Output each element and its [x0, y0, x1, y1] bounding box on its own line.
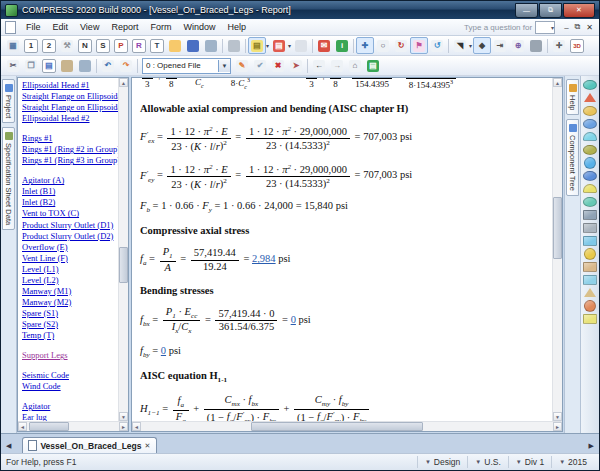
email-icon[interactable]: ✉ [315, 37, 333, 54]
right-tab-component-tree[interactable]: Component Tree [566, 119, 579, 196]
sidebar-horizontal-scrollbar[interactable]: ◄ ► [18, 421, 128, 431]
menu-report[interactable]: Report [105, 21, 144, 33]
opened-file-combo-arrow[interactable]: ▼ [218, 60, 230, 72]
hemispherical-head-icon[interactable] [582, 130, 598, 143]
cut-icon[interactable]: ✂ [4, 57, 22, 74]
report-t-icon[interactable]: T [148, 37, 166, 54]
document-tab[interactable]: Vessel_On_Braced_Legs ✕ [22, 437, 157, 453]
sidebar-link-support-legs[interactable]: Support Legs [22, 350, 118, 361]
sidebar-link-ellipsoidal-head-1[interactable]: Ellipsoidal Head #1 [22, 80, 118, 91]
plate-icon[interactable] [582, 273, 598, 286]
pressure-report-icon[interactable]: P [112, 37, 130, 54]
report-hscroll-thumb[interactable] [251, 422, 423, 431]
menu-form[interactable]: Form [144, 21, 177, 33]
report-vertical-scrollbar[interactable]: ▲ ▼ [552, 78, 562, 421]
align-icon[interactable]: ⇥ [491, 37, 509, 54]
sidebar-link-straight-flange-on-ellipsoidal[interactable]: Straight Flange on Ellipsoidal [22, 91, 118, 102]
open-file-icon[interactable] [166, 37, 184, 54]
status-mode-div-1[interactable]: ▼Div 1 [508, 456, 551, 468]
conical-head-icon[interactable] [582, 91, 598, 104]
sidebar-link-product-slurry-outlet-d1[interactable]: Product Slurry Outlet (D1) [22, 220, 118, 231]
cylinder-icon[interactable] [527, 37, 545, 54]
sidebar-link-agitator-a[interactable]: Agitator (A) [22, 175, 118, 186]
flag-icon[interactable]: ⚑ [410, 37, 428, 54]
flat-head-icon[interactable] [582, 117, 598, 130]
snap-icon[interactable]: ◆ [473, 37, 491, 54]
sidebar-link-inlet-b1[interactable]: Inlet (B1) [22, 186, 118, 197]
save-gray-icon[interactable] [76, 57, 94, 74]
bolt-gear-icon[interactable] [582, 247, 598, 260]
view-mode-icon[interactable]: ◥ [451, 37, 469, 54]
sidebar-link-manway-m2[interactable]: Manway (M2) [22, 297, 118, 308]
rotate-view-icon[interactable]: ↻ [392, 37, 410, 54]
undo-icon[interactable]: ↶ [99, 57, 117, 74]
nozzle-report-icon[interactable]: N [76, 37, 94, 54]
tab-close-icon[interactable]: ✕ [145, 442, 151, 450]
left-tab-specification-sheet-data[interactable]: Specification Sheet Data [2, 127, 15, 230]
tab-scroll-right-arrow[interactable]: ▶ [586, 442, 597, 453]
pan-icon[interactable]: ✚ [356, 37, 374, 54]
sidebar-link-level-l1[interactable]: Level (L1) [22, 264, 118, 275]
sidebar-link-spare-s1[interactable]: Spare (S1) [22, 308, 118, 319]
input-page-2-icon[interactable]: 2 [40, 37, 58, 54]
cylindrical-shell-icon[interactable] [582, 156, 598, 169]
insert-icon[interactable]: ➤ [287, 57, 305, 74]
report-scroll-down-arrow[interactable]: ▼ [553, 412, 562, 421]
paste-icon[interactable] [58, 57, 76, 74]
left-tab-project[interactable]: Project [2, 79, 15, 123]
minimize-button[interactable]: — [515, 3, 538, 18]
refresh-icon[interactable]: ↺ [428, 37, 446, 54]
sidebar-link-vent-to-tox-c[interactable]: Vent to TOX (C) [22, 208, 118, 219]
copy-icon[interactable]: ❐ [22, 57, 40, 74]
sidebar-link-rings-1[interactable]: Rings #1 [22, 133, 118, 144]
pdf-export-icon-dropdown-arrow[interactable]: ▾ [288, 42, 291, 49]
sidebar-scroll-up-arrow[interactable]: ▲ [119, 78, 128, 87]
tee-support-icon[interactable] [582, 260, 598, 273]
menu-view[interactable]: View [74, 21, 105, 33]
pdf-export-icon[interactable]: ▤ [270, 37, 288, 54]
menu-window[interactable]: Window [177, 21, 221, 33]
mdi-close-button[interactable]: ✕ [583, 23, 596, 32]
sidebar-link-vent-line-f[interactable]: Vent Line (F) [22, 253, 118, 264]
edit-icon[interactable]: ✎ [233, 57, 251, 74]
view-3d-icon[interactable]: 3D [568, 37, 586, 54]
status-mode-2015[interactable]: ▼2015 [551, 456, 594, 468]
delete-icon[interactable]: ✖ [269, 57, 287, 74]
menu-file[interactable]: File [20, 21, 47, 33]
info-icon[interactable]: i [333, 37, 351, 54]
sidebar-link-spare-s2[interactable]: Spare (S2) [22, 319, 118, 330]
specification-form-icon[interactable]: ▦ [4, 37, 22, 54]
report-horizontal-scrollbar[interactable]: ◄ ► [132, 421, 562, 431]
mdi-doc-icon[interactable] [5, 21, 16, 34]
sidebar-link-temp-t[interactable]: Temp (T) [22, 330, 118, 341]
sidebar-link-agitator[interactable]: Agitator [22, 401, 118, 412]
mdi-minimize-button[interactable]: – [561, 23, 571, 32]
report-scroll-up-arrow[interactable]: ▲ [553, 78, 562, 87]
sidebar-link-wind-code[interactable]: Wind Code [22, 381, 118, 392]
sidebar-link-seismic-code[interactable]: Seismic Code [22, 370, 118, 381]
redo-icon[interactable]: ↷ [117, 57, 135, 74]
word-export-icon[interactable] [292, 37, 310, 54]
zoom-icon[interactable]: ○ [374, 37, 392, 54]
sidebar-link-ear-lug[interactable]: Ear lug [22, 412, 118, 421]
transition-icon[interactable] [582, 169, 598, 182]
back-icon[interactable]: ← [310, 57, 328, 74]
form-view-icon[interactable]: ▤ [40, 57, 58, 74]
print-icon[interactable] [225, 37, 243, 54]
result-link[interactable]: 2,984 [252, 253, 276, 264]
mdi-restore-button[interactable]: ⧉ [572, 22, 584, 32]
shell-ring-icon[interactable] [582, 143, 598, 156]
sidebar-link-overflow-e[interactable]: Overflow (E) [22, 242, 118, 253]
erase-icon[interactable] [202, 37, 220, 54]
sidebar-link-rings-1-ring-2-in-group[interactable]: Rings #1 (Ring #2 in Group) [22, 144, 118, 155]
status-mode-design[interactable]: ▼Design [417, 456, 467, 468]
jacket-icon[interactable] [582, 195, 598, 208]
restore-button[interactable]: ⧉ [539, 3, 562, 18]
orientation-icon[interactable]: ⊕ [509, 37, 527, 54]
torispherical-head-icon[interactable] [582, 104, 598, 117]
saddle-icon[interactable] [582, 299, 598, 312]
sidebar-link-product-slurry-outlet-d2[interactable]: Product Slurry Outlet (D2) [22, 231, 118, 242]
sidebar-link-ellipsoidal-head-2[interactable]: Ellipsoidal Head #2 [22, 113, 118, 124]
tab-scroll-left-arrow[interactable]: ◀ [3, 442, 14, 453]
sidebar-vertical-scrollbar[interactable]: ▲ ▼ [118, 78, 128, 421]
